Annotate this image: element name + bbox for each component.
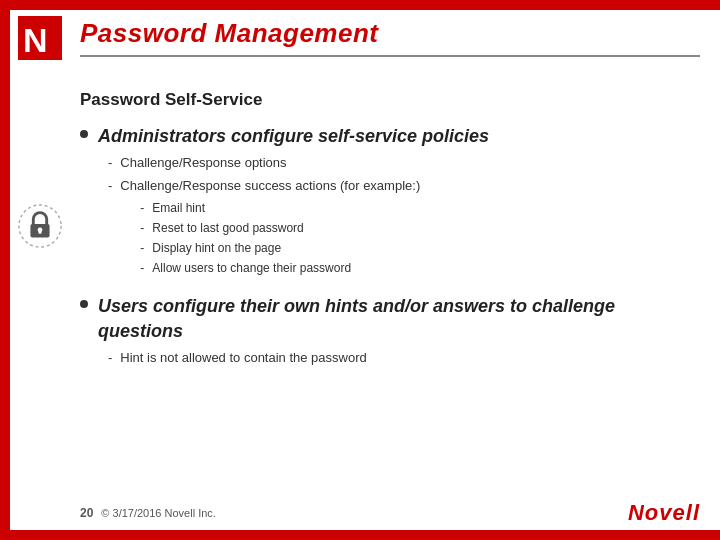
sub-item-1-1: - Challenge/Response options (98, 153, 489, 174)
slide-container: N Password Management Password Self-Serv… (0, 0, 720, 540)
sub-content-1-2: Challenge/Response success actions (for … (120, 176, 420, 280)
sub-sub-item-4: - Allow users to change their password (120, 259, 420, 278)
sub-sub-text-4: Allow users to change their password (152, 259, 351, 278)
sub-sub-item-2: - Reset to last good password (120, 219, 420, 238)
bottom-bar (0, 530, 720, 540)
lock-icon-area (14, 200, 66, 252)
footer-left: 20 © 3/17/2016 Novell Inc. (80, 506, 216, 520)
sub-sub-text-3: Display hint on the page (152, 239, 281, 258)
footer: 20 © 3/17/2016 Novell Inc. Novell (80, 500, 700, 526)
sub-text-1-2: Challenge/Response success actions (for … (120, 178, 420, 193)
sub-list-2: - Hint is not allowed to contain the pas… (98, 348, 700, 369)
svg-text:N: N (23, 21, 48, 59)
bullet-list: Administrators configure self-service po… (80, 124, 700, 371)
bullet-item-2: Users configure their own hints and/or a… (80, 294, 700, 371)
sub-text-2-1: Hint is not allowed to contain the passw… (120, 348, 366, 369)
section-title: Password Self-Service (80, 90, 700, 110)
title-underline (80, 55, 700, 57)
page-number: 20 (80, 506, 93, 520)
top-bar (0, 0, 720, 10)
novell-logo: Novell (628, 500, 700, 526)
sub-sub-item-3: - Display hint on the page (120, 239, 420, 258)
n-logo: N (14, 12, 66, 64)
bullet-item-1: Administrators configure self-service po… (80, 124, 700, 282)
sub-item-1-2: - Challenge/Response success actions (fo… (98, 176, 489, 280)
sub-sub-text-2: Reset to last good password (152, 219, 303, 238)
svg-rect-5 (39, 230, 42, 234)
bullet-dot-1 (80, 130, 88, 138)
sub-sub-item-1: - Email hint (120, 199, 420, 218)
sub-text-1-1: Challenge/Response options (120, 153, 286, 174)
bullet-content-2: Users configure their own hints and/or a… (98, 294, 700, 371)
sub-item-2-1: - Hint is not allowed to contain the pas… (98, 348, 700, 369)
footer-copyright: © 3/17/2016 Novell Inc. (101, 507, 216, 519)
bullet-text-2: Users configure their own hints and/or a… (98, 296, 615, 341)
sub-sub-list: - Email hint - Reset to last good passwo… (120, 199, 420, 279)
slide-title: Password Management (80, 18, 700, 49)
bullet-content-1: Administrators configure self-service po… (98, 124, 489, 282)
title-area: Password Management (80, 18, 700, 57)
bullet-dot-2 (80, 300, 88, 308)
sub-list-1: - Challenge/Response options - Challenge… (98, 153, 489, 279)
content-area: Password Self-Service Administrators con… (80, 90, 700, 480)
bullet-text-1: Administrators configure self-service po… (98, 126, 489, 146)
left-bar (0, 0, 10, 540)
sub-sub-text-1: Email hint (152, 199, 205, 218)
